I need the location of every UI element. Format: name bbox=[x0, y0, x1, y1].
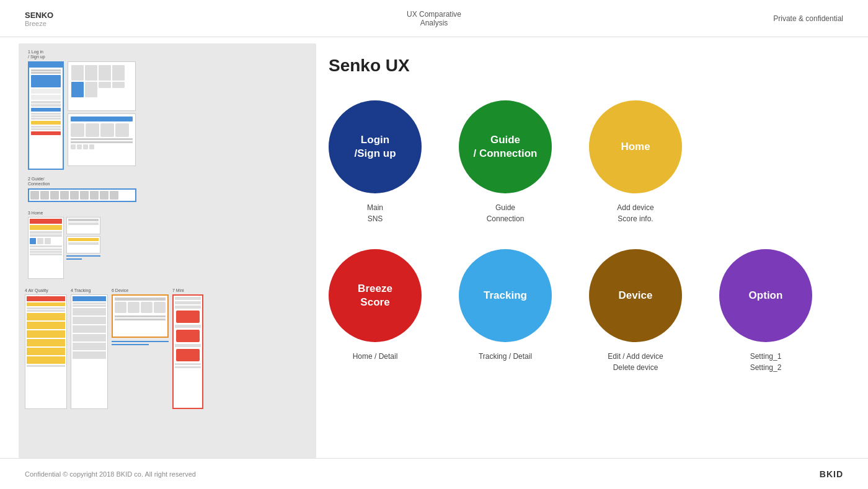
header: SENKO Breeze UX Comparative Analysis Pri… bbox=[0, 0, 868, 37]
header-right: Private & confidential bbox=[773, 14, 843, 23]
right-panel: Senko UX Login/Sign up MainSNS Guide/ Co… bbox=[329, 43, 856, 458]
wireframe-login-screens bbox=[68, 61, 136, 166]
wireframe-group-guide: 2 Guide/Connection bbox=[28, 177, 136, 202]
wireframe-group-login: 1 Log in/ Sign up bbox=[28, 50, 136, 170]
circle-guide[interactable]: Guide/ Connection bbox=[459, 100, 552, 193]
wireframe-login-main bbox=[28, 61, 64, 170]
wireframe-home-alt2 bbox=[66, 236, 100, 253]
header-center-line1: UX Comparative bbox=[407, 10, 461, 19]
circle-tracking[interactable]: Tracking bbox=[459, 249, 552, 342]
circle-login[interactable]: Login/Sign up bbox=[329, 100, 422, 193]
circle-home[interactable]: Home bbox=[589, 100, 682, 193]
footer: Confidential © copyright 2018 BKID co. A… bbox=[0, 458, 868, 489]
wireframe-login-screen1 bbox=[68, 61, 136, 111]
footer-right: BKID bbox=[820, 469, 843, 479]
wireframe-tracking bbox=[71, 294, 108, 409]
circle-home-label: Add deviceScore info. bbox=[617, 202, 653, 224]
wireframe-guide-main bbox=[28, 188, 136, 202]
header-center: UX Comparative Analysis bbox=[407, 10, 461, 27]
wireframe-group-bottom: 4 Air Quality bbox=[25, 288, 203, 409]
wireframe-home-alt1 bbox=[66, 217, 100, 234]
wf-label-7-mini: 7 Mini bbox=[172, 288, 203, 293]
circle-item-option: Option Setting_1Setting_2 bbox=[719, 249, 812, 373]
circle-item-login: Login/Sign up MainSNS bbox=[329, 100, 422, 224]
circle-device-label: Edit / Add deviceDelete device bbox=[608, 351, 663, 373]
circle-item-home: Home Add deviceScore info. bbox=[589, 100, 682, 224]
circles-section: Login/Sign up MainSNS Guide/ Connection … bbox=[329, 100, 856, 373]
circle-login-label: MainSNS bbox=[367, 202, 383, 224]
circle-item-breeze: BreezeScore Home / Detail bbox=[329, 249, 422, 362]
circle-device[interactable]: Device bbox=[589, 249, 682, 342]
circle-option[interactable]: Option bbox=[719, 249, 812, 342]
wireframe-mini bbox=[172, 294, 203, 409]
footer-left: Confidential © copyright 2018 BKID co. A… bbox=[25, 470, 196, 478]
wireframe-device bbox=[112, 294, 169, 338]
header-center-line2: Analysis bbox=[407, 19, 461, 27]
circle-option-label: Setting_1Setting_2 bbox=[750, 351, 782, 373]
wf-label-4-airquality: 4 Air Quality bbox=[25, 288, 67, 293]
circle-breeze-label: Home / Detail bbox=[353, 351, 398, 362]
circle-breeze[interactable]: BreezeScore bbox=[329, 249, 422, 342]
circle-item-tracking: Tracking Tracking / Detail bbox=[459, 249, 552, 362]
wf-label-4-tracking: 4 Tracking bbox=[71, 288, 108, 293]
header-logo: SENKO Breeze bbox=[25, 10, 53, 27]
circles-row-1: Login/Sign up MainSNS Guide/ Connection … bbox=[329, 100, 856, 224]
logo-title: SENKO bbox=[25, 10, 53, 19]
wf-label-3: 3 Home bbox=[28, 211, 100, 216]
wireframe-airquality bbox=[25, 294, 67, 409]
circle-item-guide: Guide/ Connection GuideConnection bbox=[459, 100, 552, 224]
wireframe-home-screen bbox=[28, 217, 64, 279]
left-wireframe-panel: 1 Log in/ Sign up bbox=[19, 43, 316, 458]
wireframe-login-screen2 bbox=[68, 113, 136, 166]
wf-label-2: 2 Guide/Connection bbox=[28, 177, 136, 187]
wf-label-1: 1 Log in/ Sign up bbox=[28, 50, 136, 60]
circle-tracking-label: Tracking / Detail bbox=[479, 351, 532, 362]
wireframe-group-home: 3 Home bbox=[28, 211, 100, 279]
circles-row-2: BreezeScore Home / Detail Tracking Track… bbox=[329, 249, 856, 373]
logo-subtitle: Breeze bbox=[25, 19, 53, 27]
page-title: Senko UX bbox=[329, 56, 856, 76]
wf-label-6-device: 6 Device bbox=[112, 288, 169, 293]
circle-item-device: Device Edit / Add deviceDelete device bbox=[589, 249, 682, 373]
circle-guide-label: GuideConnection bbox=[487, 202, 525, 224]
